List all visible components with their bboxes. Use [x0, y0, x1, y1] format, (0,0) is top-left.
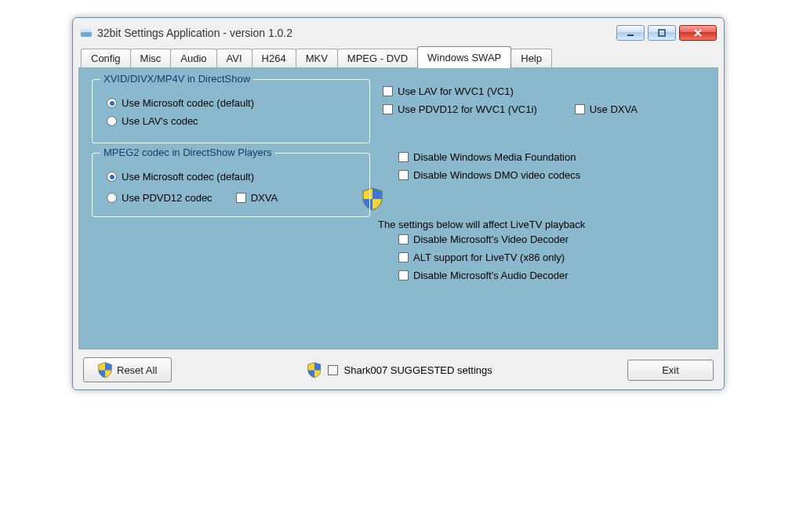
checkbox-icon: [398, 152, 409, 162]
checkbox-label: Disable Microsoft's Audio Decoder: [413, 270, 569, 281]
checkbox-icon: [383, 86, 393, 96]
tab-mpeg-dvd[interactable]: MPEG - DVD: [337, 49, 418, 67]
checkbox-disable-ms-video[interactable]: Disable Microsoft's Video Decoder: [398, 233, 705, 245]
checkbox-icon: [328, 365, 338, 375]
radio-icon: [107, 193, 117, 203]
minimize-button[interactable]: [616, 25, 645, 41]
tab-mkv[interactable]: MKV: [296, 49, 338, 67]
left-column: XVID/DIVX/MP4V in DirectShow Use Microso…: [92, 79, 370, 338]
checkbox-label: Shark007 SUGGESTED settings: [344, 364, 492, 376]
checkbox-label: Disable Microsoft's Video Decoder: [413, 233, 569, 245]
tab-avi[interactable]: AVI: [216, 49, 253, 67]
tab-h264[interactable]: H264: [252, 49, 296, 67]
livetv-heading: The settings below will affect LiveTV pl…: [378, 219, 705, 230]
checkbox-pdvd12-wvc1i[interactable]: Use PDVD12 for WVC1 (VC1i): [398, 103, 537, 115]
application-window: 32bit Settings Application - version 1.0…: [72, 17, 725, 390]
radio-label: Use LAV's codec: [122, 115, 198, 127]
titlebar: 32bit Settings Application - version 1.0…: [78, 24, 718, 45]
radio-xvid-ms[interactable]: Use Microsoft codec (default): [107, 97, 360, 109]
svg-rect-3: [659, 30, 665, 36]
checkbox-icon: [398, 252, 409, 262]
radio-label: Use Microsoft codec (default): [122, 171, 254, 183]
button-label: Reset All: [117, 364, 157, 376]
window-controls: [616, 25, 717, 41]
checkbox-icon: [398, 234, 409, 244]
exit-button[interactable]: Exit: [627, 360, 714, 381]
radio-xvid-lav[interactable]: Use LAV's codec: [107, 115, 360, 127]
checkbox-alt-livetv[interactable]: ALT support for LiveTV (x86 only): [398, 252, 705, 263]
radio-mpeg2-pdvd12[interactable]: Use PDVD12 codec: [107, 192, 213, 204]
radio-label: Use Microsoft codec (default): [122, 97, 254, 109]
tab-help[interactable]: Help: [511, 49, 552, 67]
tab-audio[interactable]: Audio: [170, 49, 216, 67]
checkbox-icon: [398, 270, 409, 280]
group-xvid: XVID/DIVX/MP4V in DirectShow Use Microso…: [92, 79, 370, 143]
tab-strip: Config Misc Audio AVI H264 MKV MPEG - DV…: [78, 45, 718, 67]
checkbox-disable-ms-audio[interactable]: Disable Microsoft's Audio Decoder: [398, 270, 705, 281]
shield-row: [362, 187, 705, 211]
checkbox-label: Disable Windows Media Foundation: [413, 151, 576, 163]
radio-icon: [107, 98, 117, 108]
radio-label: Use PDVD12 codec: [122, 192, 213, 204]
checkbox-icon: [236, 193, 246, 203]
tab-panel: XVID/DIVX/MP4V in DirectShow Use Microso…: [78, 67, 718, 349]
shield-icon: [307, 362, 322, 378]
tab-windows-swap[interactable]: Windows SWAP: [417, 46, 511, 68]
radio-icon: [107, 172, 117, 182]
row-pdvd12-dxva: Use PDVD12 for WVC1 (VC1i) Use DXVA: [383, 103, 705, 115]
checkbox-label: Use DXVA: [590, 103, 638, 115]
checkbox-icon: [398, 170, 409, 180]
checkbox-use-dxva[interactable]: Use DXVA: [575, 103, 638, 115]
checkbox-label: ALT support for LiveTV (x86 only): [413, 252, 565, 263]
group-xvid-legend: XVID/DIVX/MP4V in DirectShow: [100, 73, 253, 85]
close-button[interactable]: [679, 25, 717, 41]
group-mpeg2: MPEG2 codec in DirectShow Players Use Mi…: [92, 153, 370, 217]
svg-rect-2: [627, 34, 634, 36]
reset-all-button[interactable]: Reset All: [83, 357, 172, 382]
checkbox-label: Disable Windows DMO video codecs: [413, 169, 580, 181]
app-icon: [80, 27, 93, 39]
checkbox-label: Use LAV for WVC1 (VC1): [398, 85, 514, 97]
suggested-settings[interactable]: Shark007 SUGGESTED settings: [187, 362, 612, 378]
maximize-button[interactable]: [648, 25, 676, 41]
svg-rect-1: [81, 29, 92, 32]
checkbox-lav-wvc1[interactable]: Use LAV for WVC1 (VC1): [383, 85, 705, 97]
footer: Reset All Shark007 SUGGESTED settings Ex…: [78, 349, 718, 384]
tab-misc[interactable]: Misc: [130, 49, 172, 67]
button-label: Exit: [662, 364, 679, 376]
radio-mpeg2-ms[interactable]: Use Microsoft codec (default): [107, 171, 360, 183]
group-mpeg2-legend: MPEG2 codec in DirectShow Players: [100, 147, 275, 158]
checkbox-disable-dmo[interactable]: Disable Windows DMO video codecs: [398, 169, 705, 181]
checkbox-icon: [383, 104, 393, 114]
checkbox-mpeg2-dxva[interactable]: DXVA: [236, 192, 278, 204]
right-column: Use LAV for WVC1 (VC1) Use PDVD12 for WV…: [378, 79, 705, 338]
radio-icon: [107, 116, 117, 126]
checkbox-icon: [575, 104, 585, 114]
checkbox-label: DXVA: [251, 192, 278, 204]
tab-config[interactable]: Config: [81, 49, 131, 67]
checkbox-disable-wmf[interactable]: Disable Windows Media Foundation: [398, 151, 705, 163]
shield-icon: [98, 362, 112, 378]
window-title: 32bit Settings Application - version 1.0…: [97, 27, 616, 39]
